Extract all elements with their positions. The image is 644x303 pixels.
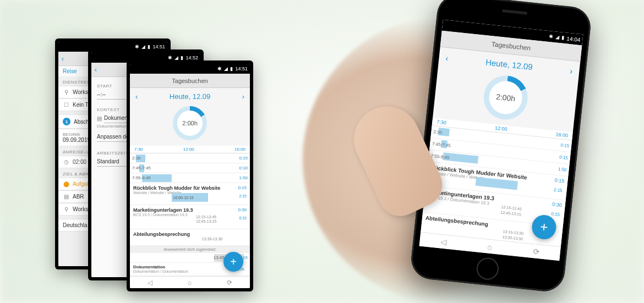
home-nav-icon[interactable]: ⌂ [487, 242, 493, 251]
clock: 14:52 [185, 55, 198, 60]
titlebar: Tagesbuchen [130, 74, 250, 88]
speaker [502, 9, 527, 15]
task-row[interactable]: Rückblick Tough Mudder für Website Websi… [130, 183, 250, 205]
recents-nav-icon[interactable]: ⟳ [227, 279, 232, 287]
doc-icon: ▤ [63, 194, 69, 200]
clock: 14:04 [566, 35, 581, 43]
clock: 14:51 [152, 44, 165, 49]
next-day-button[interactable]: › [570, 66, 574, 75]
battery-icon: ▮ [561, 35, 565, 41]
hours-donut: 2:00h [482, 73, 530, 122]
bt-icon: ✱ [549, 34, 554, 40]
recents-nav-icon[interactable]: ⟳ [533, 247, 541, 256]
doc-icon: ▤ [97, 115, 102, 122]
next-day-button[interactable]: › [242, 92, 244, 101]
back-nav-icon[interactable]: ◁ [440, 237, 447, 246]
timeline-row[interactable]: 7:45-7:45 0:10 [130, 163, 250, 173]
title: Tagesbuchen [491, 40, 531, 52]
signal-icon: ◢ [174, 55, 178, 60]
task-row[interactable]: Abteilungsbesprechung 13:30-13:30 [130, 229, 250, 246]
bt-icon: ✱ [135, 44, 139, 49]
signal-icon: ◢ [555, 34, 560, 40]
battery-icon: ▮ [181, 55, 183, 60]
statusbar: ✱ ◢ ▮ 14:51 [130, 64, 250, 74]
back-nav-icon[interactable]: ◁ [148, 279, 152, 287]
clock: 14:51 [235, 66, 248, 71]
title: Tagesbuchen [172, 78, 208, 84]
signal-icon: ◢ [224, 66, 228, 71]
android-nav: ◁ ⌂ ⟳ [130, 276, 250, 288]
back-button[interactable]: ‹ [91, 63, 100, 76]
home-button[interactable] [476, 257, 500, 281]
pin-icon: ⚲ [63, 89, 69, 95]
task-row[interactable]: Marketingunterlagen 19.3 BCS 19.3 / Doku… [130, 205, 250, 229]
battery-icon: ▮ [230, 66, 233, 71]
hours-donut: 2:00h [173, 106, 207, 140]
back-button[interactable]: ‹ [58, 52, 67, 65]
checkbox-icon[interactable]: ☐ [63, 102, 69, 108]
home-nav-icon[interactable]: ⌂ [188, 279, 192, 287]
phone-tagesbuchen: ✱ ◢ ▮ 14:51 Tagesbuchen ‹ Heute, 12.09 ›… [127, 60, 253, 291]
step-number: 1 [63, 118, 70, 125]
battery-icon: ▮ [148, 44, 150, 49]
date-title: Heute, 12.09 [138, 92, 242, 101]
task-icon: ⬤ [63, 181, 69, 187]
timeline-row[interactable]: 7:55-9:45 1:50 [130, 173, 250, 183]
clock-icon: ◷ [63, 159, 69, 165]
bt-icon: ✱ [168, 55, 172, 60]
iphone-tagesbuchen: ✱ ◢ ▮ 14:04 Tagesbuchen ‹ Heute, 12.09 ›… [410, 0, 593, 293]
pin-icon: ⚲ [63, 206, 69, 212]
timeline-row[interactable]: 2:30 0:15 [130, 153, 250, 163]
bt-icon: ✱ [217, 66, 222, 71]
signal-icon: ◢ [141, 44, 145, 49]
add-button[interactable]: + [223, 252, 243, 272]
timeline-header: 7:30 12:00 16:00 [130, 146, 250, 153]
